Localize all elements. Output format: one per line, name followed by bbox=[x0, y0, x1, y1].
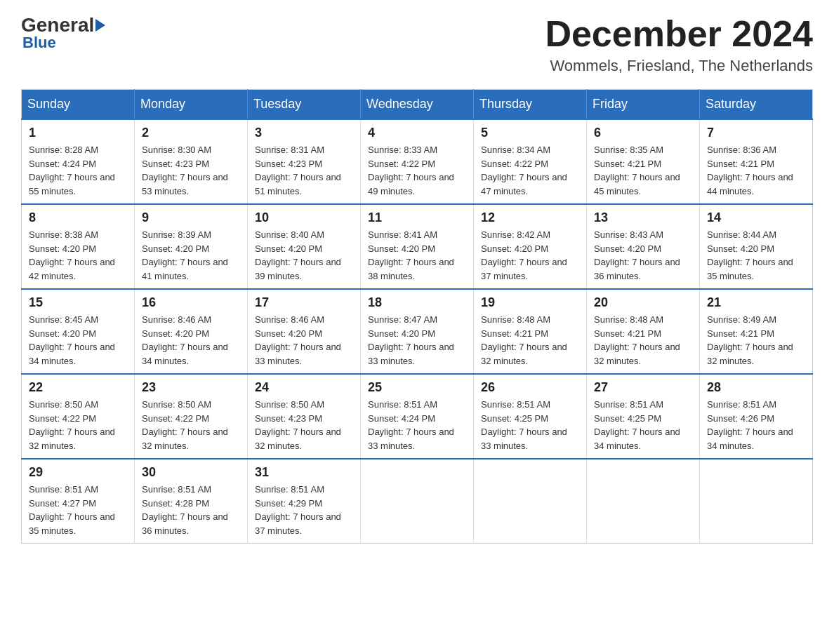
table-row: 3 Sunrise: 8:31 AM Sunset: 4:23 PM Dayli… bbox=[248, 119, 361, 204]
day-number: 15 bbox=[29, 295, 127, 310]
day-info: Sunrise: 8:50 AM Sunset: 4:22 PM Dayligh… bbox=[29, 398, 127, 452]
day-number: 4 bbox=[368, 126, 466, 140]
table-row: 25 Sunrise: 8:51 AM Sunset: 4:24 PM Dayl… bbox=[361, 374, 474, 459]
day-info: Sunrise: 8:48 AM Sunset: 4:21 PM Dayligh… bbox=[594, 313, 692, 368]
day-info: Sunrise: 8:46 AM Sunset: 4:20 PM Dayligh… bbox=[255, 313, 353, 368]
table-row bbox=[587, 459, 700, 544]
day-info: Sunrise: 8:36 AM Sunset: 4:21 PM Dayligh… bbox=[707, 143, 805, 198]
calendar-week-row: 22 Sunrise: 8:50 AM Sunset: 4:22 PM Dayl… bbox=[22, 374, 813, 459]
table-row: 6 Sunrise: 8:35 AM Sunset: 4:21 PM Dayli… bbox=[587, 119, 700, 204]
logo-arrow-icon bbox=[95, 19, 105, 32]
table-row bbox=[700, 459, 813, 544]
calendar-week-row: 15 Sunrise: 8:45 AM Sunset: 4:20 PM Dayl… bbox=[22, 289, 813, 374]
location-title: Wommels, Friesland, The Netherlands bbox=[545, 57, 813, 75]
day-info: Sunrise: 8:41 AM Sunset: 4:20 PM Dayligh… bbox=[368, 228, 466, 283]
day-number: 22 bbox=[29, 380, 127, 395]
table-row: 8 Sunrise: 8:38 AM Sunset: 4:20 PM Dayli… bbox=[22, 204, 135, 289]
table-row: 23 Sunrise: 8:50 AM Sunset: 4:22 PM Dayl… bbox=[135, 374, 248, 459]
day-number: 8 bbox=[29, 210, 127, 225]
page-header: General Blue December 2024 Wommels, Frie… bbox=[21, 14, 813, 75]
day-info: Sunrise: 8:38 AM Sunset: 4:20 PM Dayligh… bbox=[29, 228, 127, 283]
table-row: 10 Sunrise: 8:40 AM Sunset: 4:20 PM Dayl… bbox=[248, 204, 361, 289]
day-info: Sunrise: 8:51 AM Sunset: 4:26 PM Dayligh… bbox=[707, 398, 805, 452]
table-row: 22 Sunrise: 8:50 AM Sunset: 4:22 PM Dayl… bbox=[22, 374, 135, 459]
day-number: 10 bbox=[255, 210, 353, 225]
day-info: Sunrise: 8:46 AM Sunset: 4:20 PM Dayligh… bbox=[142, 313, 240, 368]
day-info: Sunrise: 8:51 AM Sunset: 4:29 PM Dayligh… bbox=[255, 483, 353, 537]
day-info: Sunrise: 8:33 AM Sunset: 4:22 PM Dayligh… bbox=[368, 143, 466, 198]
table-row: 9 Sunrise: 8:39 AM Sunset: 4:20 PM Dayli… bbox=[135, 204, 248, 289]
day-info: Sunrise: 8:51 AM Sunset: 4:27 PM Dayligh… bbox=[29, 483, 127, 537]
day-number: 11 bbox=[368, 210, 466, 225]
day-number: 3 bbox=[255, 126, 353, 140]
day-info: Sunrise: 8:43 AM Sunset: 4:20 PM Dayligh… bbox=[594, 228, 692, 283]
header-sunday: Sunday bbox=[22, 90, 135, 120]
day-number: 24 bbox=[255, 380, 353, 395]
calendar-week-row: 8 Sunrise: 8:38 AM Sunset: 4:20 PM Dayli… bbox=[22, 204, 813, 289]
calendar-table: Sunday Monday Tuesday Wednesday Thursday… bbox=[21, 89, 813, 544]
day-info: Sunrise: 8:44 AM Sunset: 4:20 PM Dayligh… bbox=[707, 228, 805, 283]
header-monday: Monday bbox=[135, 90, 248, 120]
table-row: 1 Sunrise: 8:28 AM Sunset: 4:24 PM Dayli… bbox=[22, 119, 135, 204]
table-row: 24 Sunrise: 8:50 AM Sunset: 4:23 PM Dayl… bbox=[248, 374, 361, 459]
day-number: 29 bbox=[29, 465, 127, 480]
day-number: 19 bbox=[481, 295, 579, 310]
day-info: Sunrise: 8:28 AM Sunset: 4:24 PM Dayligh… bbox=[29, 143, 127, 198]
day-info: Sunrise: 8:48 AM Sunset: 4:21 PM Dayligh… bbox=[481, 313, 579, 368]
table-row: 21 Sunrise: 8:49 AM Sunset: 4:21 PM Dayl… bbox=[700, 289, 813, 374]
table-row: 5 Sunrise: 8:34 AM Sunset: 4:22 PM Dayli… bbox=[474, 119, 587, 204]
table-row: 20 Sunrise: 8:48 AM Sunset: 4:21 PM Dayl… bbox=[587, 289, 700, 374]
table-row: 11 Sunrise: 8:41 AM Sunset: 4:20 PM Dayl… bbox=[361, 204, 474, 289]
calendar-header-row: Sunday Monday Tuesday Wednesday Thursday… bbox=[22, 90, 813, 120]
day-number: 28 bbox=[707, 380, 805, 395]
header-friday: Friday bbox=[587, 90, 700, 120]
table-row: 13 Sunrise: 8:43 AM Sunset: 4:20 PM Dayl… bbox=[587, 204, 700, 289]
day-info: Sunrise: 8:51 AM Sunset: 4:25 PM Dayligh… bbox=[594, 398, 692, 452]
day-info: Sunrise: 8:34 AM Sunset: 4:22 PM Dayligh… bbox=[481, 143, 579, 198]
table-row bbox=[474, 459, 587, 544]
day-info: Sunrise: 8:50 AM Sunset: 4:22 PM Dayligh… bbox=[142, 398, 240, 452]
day-number: 21 bbox=[707, 295, 805, 310]
day-number: 31 bbox=[255, 465, 353, 480]
day-number: 14 bbox=[707, 210, 805, 225]
table-row: 7 Sunrise: 8:36 AM Sunset: 4:21 PM Dayli… bbox=[700, 119, 813, 204]
day-info: Sunrise: 8:49 AM Sunset: 4:21 PM Dayligh… bbox=[707, 313, 805, 368]
header-wednesday: Wednesday bbox=[361, 90, 474, 120]
logo-blue-text: Blue bbox=[22, 34, 56, 52]
table-row: 14 Sunrise: 8:44 AM Sunset: 4:20 PM Dayl… bbox=[700, 204, 813, 289]
calendar-week-row: 29 Sunrise: 8:51 AM Sunset: 4:27 PM Dayl… bbox=[22, 459, 813, 544]
day-number: 9 bbox=[142, 210, 240, 225]
table-row: 15 Sunrise: 8:45 AM Sunset: 4:20 PM Dayl… bbox=[22, 289, 135, 374]
day-number: 17 bbox=[255, 295, 353, 310]
day-number: 23 bbox=[142, 380, 240, 395]
header-thursday: Thursday bbox=[474, 90, 587, 120]
day-number: 25 bbox=[368, 380, 466, 395]
day-number: 7 bbox=[707, 126, 805, 140]
table-row: 31 Sunrise: 8:51 AM Sunset: 4:29 PM Dayl… bbox=[248, 459, 361, 544]
table-row bbox=[361, 459, 474, 544]
header-tuesday: Tuesday bbox=[248, 90, 361, 120]
day-number: 5 bbox=[481, 126, 579, 140]
day-info: Sunrise: 8:31 AM Sunset: 4:23 PM Dayligh… bbox=[255, 143, 353, 198]
day-info: Sunrise: 8:51 AM Sunset: 4:28 PM Dayligh… bbox=[142, 483, 240, 537]
calendar-week-row: 1 Sunrise: 8:28 AM Sunset: 4:24 PM Dayli… bbox=[22, 119, 813, 204]
day-number: 1 bbox=[29, 126, 127, 140]
table-row: 16 Sunrise: 8:46 AM Sunset: 4:20 PM Dayl… bbox=[135, 289, 248, 374]
day-info: Sunrise: 8:51 AM Sunset: 4:25 PM Dayligh… bbox=[481, 398, 579, 452]
table-row: 27 Sunrise: 8:51 AM Sunset: 4:25 PM Dayl… bbox=[587, 374, 700, 459]
day-info: Sunrise: 8:45 AM Sunset: 4:20 PM Dayligh… bbox=[29, 313, 127, 368]
day-info: Sunrise: 8:42 AM Sunset: 4:20 PM Dayligh… bbox=[481, 228, 579, 283]
table-row: 28 Sunrise: 8:51 AM Sunset: 4:26 PM Dayl… bbox=[700, 374, 813, 459]
day-info: Sunrise: 8:39 AM Sunset: 4:20 PM Dayligh… bbox=[142, 228, 240, 283]
logo: General Blue bbox=[21, 14, 107, 52]
month-title: December 2024 bbox=[545, 14, 813, 54]
day-number: 16 bbox=[142, 295, 240, 310]
day-number: 30 bbox=[142, 465, 240, 480]
day-number: 26 bbox=[481, 380, 579, 395]
day-info: Sunrise: 8:51 AM Sunset: 4:24 PM Dayligh… bbox=[368, 398, 466, 452]
day-number: 13 bbox=[594, 210, 692, 225]
day-info: Sunrise: 8:50 AM Sunset: 4:23 PM Dayligh… bbox=[255, 398, 353, 452]
table-row: 17 Sunrise: 8:46 AM Sunset: 4:20 PM Dayl… bbox=[248, 289, 361, 374]
day-info: Sunrise: 8:35 AM Sunset: 4:21 PM Dayligh… bbox=[594, 143, 692, 198]
day-number: 12 bbox=[481, 210, 579, 225]
